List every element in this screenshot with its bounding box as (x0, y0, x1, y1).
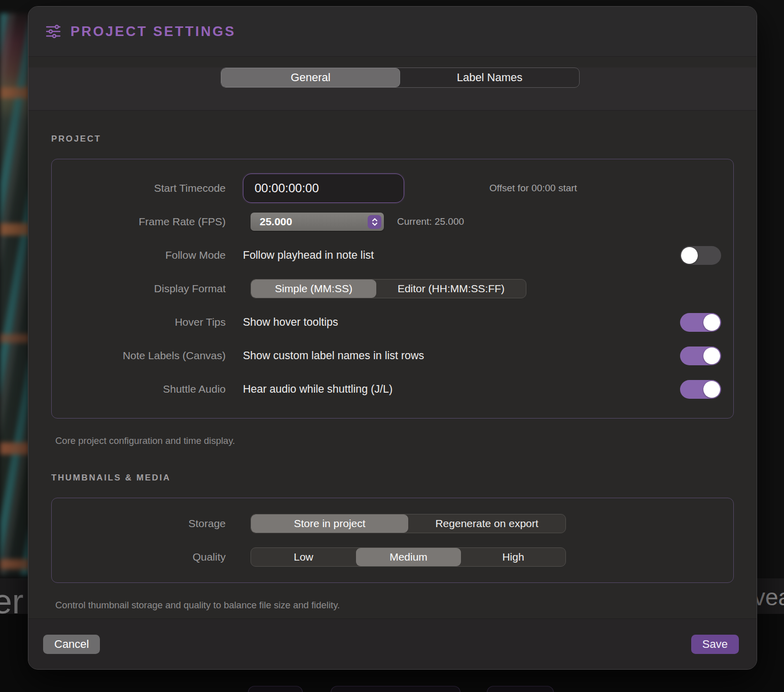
thumbnails-caption: Control thumbnail storage and quality to… (55, 600, 734, 611)
start-timecode-label: Start Timecode (52, 182, 226, 194)
background-text-fragment-right: vea (754, 583, 784, 611)
note-labels-row: Note Labels (Canvas) Show custom label n… (52, 339, 733, 372)
dialog-header: PROJECT SETTINGS (28, 7, 757, 57)
segment-regenerate-on-export[interactable]: Regenerate on export (408, 514, 565, 533)
tab-label-names[interactable]: Label Names (400, 68, 579, 87)
segment-editor[interactable]: Editor (HH:MM:SS:FF) (376, 280, 526, 298)
shuttle-audio-label: Shuttle Audio (52, 383, 226, 395)
hover-tips-row: Hover Tips Show hover tooltips (52, 305, 733, 339)
background-button-outline (487, 686, 554, 692)
background-button-outline (331, 686, 460, 692)
background-blurred-photo (0, 13, 29, 575)
note-labels-description: Show custom label names in list rows (243, 350, 424, 362)
toggle-knob (703, 314, 720, 331)
segment-low[interactable]: Low (251, 548, 356, 566)
display-format-row: Display Format Simple (MM:SS) Editor (HH… (52, 272, 733, 305)
shuttle-audio-description: Hear audio while shuttling (J/L) (243, 383, 393, 396)
follow-mode-description: Follow playhead in note list (243, 249, 374, 262)
frame-rate-label: Frame Rate (FPS) (52, 216, 226, 228)
project-section-heading: PROJECT (51, 134, 734, 144)
frame-rate-row: Frame Rate (FPS) 25.000 (52, 205, 733, 238)
follow-mode-row: Follow Mode Follow playhead in note list (52, 238, 733, 272)
start-timecode-row: Start Timecode Offset for 00:00 start (52, 171, 733, 205)
frame-rate-select[interactable]: 25.000 (251, 213, 384, 231)
quality-segmented: Low Medium High (251, 547, 566, 567)
hover-tips-toggle[interactable] (680, 313, 721, 332)
follow-mode-label: Follow Mode (52, 249, 226, 261)
note-labels-toggle[interactable] (680, 347, 721, 365)
quality-row: Quality Low Medium High (52, 540, 733, 574)
quality-label: Quality (52, 551, 226, 563)
cancel-button[interactable]: Cancel (43, 635, 100, 654)
toggle-knob (703, 381, 720, 398)
dialog-content: PROJECT Start Timecode Offset for 00:00 … (28, 111, 757, 611)
project-panel: Start Timecode Offset for 00:00 start Fr… (51, 159, 734, 419)
tab-bar: General Label Names (221, 67, 580, 88)
hover-tips-label: Hover Tips (52, 316, 226, 328)
dialog-footer: Cancel Save (28, 618, 757, 669)
segment-high[interactable]: High (461, 548, 565, 566)
thumbnails-panel: Storage Store in project Regenerate on e… (51, 498, 734, 583)
display-format-segmented: Simple (MM:SS) Editor (HH:MM:SS:FF) (251, 279, 526, 298)
dialog-title: PROJECT SETTINGS (70, 24, 236, 40)
frame-rate-value: 25.000 (260, 216, 292, 228)
tab-strip: General Label Names (28, 67, 757, 111)
note-labels-label: Note Labels (Canvas) (52, 350, 226, 362)
storage-label: Storage (52, 517, 226, 530)
toggle-knob (703, 348, 720, 364)
sliders-icon (45, 24, 61, 39)
background-button-outline (248, 686, 303, 692)
storage-row: Storage Store in project Regenerate on e… (52, 507, 733, 540)
start-timecode-hint: Offset for 00:00 start (489, 183, 577, 194)
tab-general[interactable]: General (221, 68, 400, 87)
frame-rate-hint: Current: 25.000 (397, 216, 464, 227)
start-timecode-input[interactable] (243, 174, 404, 203)
hover-tips-description: Show hover tooltips (243, 316, 338, 329)
storage-segmented: Store in project Regenerate on export (251, 514, 566, 533)
save-button[interactable]: Save (691, 635, 739, 654)
segment-simple[interactable]: Simple (MM:SS) (251, 280, 376, 298)
segment-medium[interactable]: Medium (356, 548, 461, 566)
display-format-label: Display Format (52, 283, 226, 295)
thumbnails-section-heading: THUMBNAILS & MEDIA (51, 473, 734, 483)
follow-mode-toggle[interactable] (680, 246, 721, 265)
shuttle-audio-row: Shuttle Audio Hear audio while shuttling… (52, 372, 733, 406)
project-caption: Core project configuration and time disp… (55, 435, 734, 446)
toggle-knob (681, 247, 698, 264)
stepper-icon (368, 215, 381, 229)
project-settings-dialog: PROJECT SETTINGS General Label Names PRO… (28, 6, 757, 670)
shuttle-audio-toggle[interactable] (680, 380, 721, 399)
segment-store-in-project[interactable]: Store in project (251, 514, 408, 533)
